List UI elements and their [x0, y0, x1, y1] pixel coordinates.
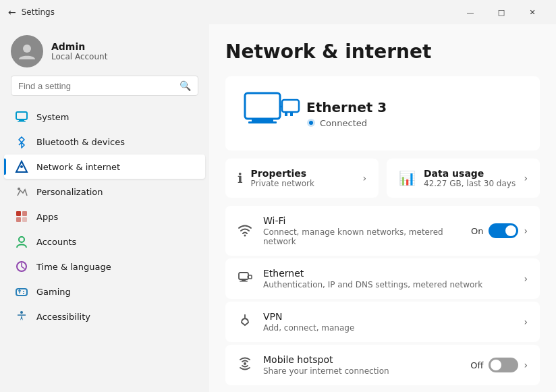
- sidebar-item-label: Accounts: [36, 237, 76, 247]
- hotspot-title: Mobile hotspot: [263, 354, 461, 365]
- user-profile[interactable]: Admin Local Account: [0, 24, 209, 76]
- minimize-button[interactable]: —: [455, 2, 486, 22]
- accessibility-icon: [15, 310, 28, 323]
- sidebar-item-bluetooth[interactable]: Bluetooth & devices: [4, 130, 205, 154]
- svg-rect-30: [242, 279, 246, 281]
- sidebar-item-accounts[interactable]: Accounts: [4, 229, 205, 254]
- sidebar-item-label: Apps: [36, 212, 58, 222]
- sidebar-item-accessibility[interactable]: Accessibility: [4, 304, 205, 329]
- bluetooth-icon: [15, 135, 28, 148]
- svg-rect-29: [239, 273, 248, 279]
- titlebar-controls: — □ ✕: [455, 2, 548, 22]
- app-body: Admin Local Account 🔍 System Bluetooth &…: [0, 24, 556, 392]
- sidebar: Admin Local Account 🔍 System Bluetooth &…: [0, 24, 209, 392]
- apps-icon: [15, 210, 28, 223]
- avatar: [11, 35, 43, 67]
- hotspot-control: Off ›: [470, 358, 528, 372]
- ethernet-hero: Ethernet 3 Connected: [225, 76, 540, 150]
- vpn-subtitle: Add, connect, manage: [263, 323, 514, 333]
- svg-rect-7: [16, 211, 21, 216]
- sidebar-item-gaming[interactable]: Gaming: [4, 279, 205, 304]
- info-row: ℹ Properties Private network › 📊 Data us…: [225, 159, 540, 198]
- svg-point-11: [19, 237, 24, 242]
- accounts-icon: [15, 235, 28, 248]
- maximize-button[interactable]: □: [486, 2, 517, 22]
- svg-rect-20: [245, 93, 280, 119]
- svg-rect-32: [248, 275, 252, 279]
- sidebar-item-personalization[interactable]: Personalization: [4, 179, 205, 204]
- data-usage-card[interactable]: 📊 Data usage 42.27 GB, last 30 days ›: [387, 159, 540, 198]
- ethernet-illustration: [242, 90, 296, 137]
- search-box: 🔍: [11, 76, 198, 96]
- setting-ethernet[interactable]: Ethernet Authentication, IP and DNS sett…: [225, 258, 540, 299]
- hotspot-subtitle: Share your internet connection: [263, 366, 461, 376]
- user-name: Admin: [51, 41, 107, 52]
- hotspot-toggle[interactable]: [489, 358, 518, 372]
- hotspot-toggle-knob: [491, 360, 501, 370]
- sidebar-item-network[interactable]: Network & internet: [4, 155, 205, 179]
- hotspot-text: Mobile hotspot Share your internet conne…: [263, 354, 461, 376]
- properties-title: Properties: [251, 168, 355, 179]
- svg-point-27: [309, 121, 313, 125]
- search-input[interactable]: [18, 81, 174, 91]
- setting-hotspot[interactable]: Mobile hotspot Share your internet conne…: [225, 345, 540, 385]
- wifi-text: Wi-Fi Connect, manage known networks, me…: [263, 215, 462, 246]
- properties-icon: ℹ: [238, 170, 243, 186]
- ethernet-title: Ethernet: [263, 268, 514, 279]
- hotspot-toggle-label: Off: [470, 360, 483, 370]
- ethernet-arrow: ›: [524, 273, 528, 284]
- personalization-icon: [15, 185, 28, 198]
- svg-rect-2: [19, 119, 24, 121]
- wifi-subtitle: Connect, manage known networks, metered …: [263, 227, 462, 246]
- svg-rect-10: [22, 217, 27, 222]
- vpn-icon: [238, 313, 254, 331]
- wifi-toggle[interactable]: [489, 223, 518, 238]
- svg-rect-8: [22, 211, 27, 216]
- sidebar-item-label: Personalization: [36, 187, 103, 197]
- data-usage-icon: 📊: [399, 170, 416, 186]
- wifi-toggle-knob: [505, 225, 516, 236]
- gaming-icon: [15, 285, 28, 298]
- ethernet-icon: [238, 270, 254, 288]
- sidebar-item-system[interactable]: System: [4, 105, 205, 129]
- titlebar-title: Settings: [22, 7, 55, 17]
- sidebar-nav: System Bluetooth & devices Network & int…: [0, 104, 209, 329]
- svg-point-6: [18, 188, 20, 190]
- sidebar-item-label: Time & language: [36, 262, 111, 272]
- svg-rect-1: [16, 112, 27, 119]
- user-info: Admin Local Account: [51, 41, 107, 61]
- svg-rect-21: [252, 119, 273, 121]
- sidebar-item-label: Bluetooth & devices: [36, 137, 125, 147]
- sidebar-item-apps[interactable]: Apps: [4, 204, 205, 229]
- page-title: Network & internet: [225, 40, 540, 63]
- vpn-text: VPN Add, connect, manage: [263, 311, 514, 333]
- search-icon: 🔍: [179, 80, 191, 91]
- properties-card[interactable]: ℹ Properties Private network ›: [225, 159, 379, 198]
- ethernet-status: Connected: [306, 118, 387, 128]
- ethernet-text: Ethernet Authentication, IP and DNS sett…: [263, 268, 514, 289]
- setting-wifi[interactable]: Wi-Fi Connect, manage known networks, me…: [225, 206, 540, 256]
- vpn-title: VPN: [263, 311, 514, 322]
- wifi-title: Wi-Fi: [263, 215, 462, 226]
- svg-point-17: [23, 291, 24, 292]
- wifi-icon: [238, 222, 254, 240]
- ethernet-info: Ethernet 3 Connected: [306, 99, 387, 128]
- sidebar-item-time[interactable]: Time & language: [4, 254, 205, 279]
- sidebar-item-label: Gaming: [36, 287, 71, 297]
- sidebar-item-label: Accessibility: [36, 312, 90, 322]
- user-account: Local Account: [51, 52, 107, 61]
- time-icon: [15, 260, 28, 273]
- svg-rect-31: [240, 281, 248, 282]
- svg-rect-23: [282, 100, 299, 112]
- svg-rect-3: [18, 121, 26, 122]
- sidebar-item-label: System: [36, 112, 69, 122]
- svg-point-18: [23, 293, 24, 294]
- data-usage-title: Data usage: [424, 168, 516, 179]
- ethernet-subtitle: Authentication, IP and DNS settings, met…: [263, 280, 514, 289]
- setting-vpn[interactable]: VPN Add, connect, manage ›: [225, 302, 540, 342]
- svg-rect-25: [290, 112, 293, 116]
- close-button[interactable]: ✕: [517, 2, 548, 22]
- ethernet-name: Ethernet 3: [306, 99, 387, 115]
- back-button[interactable]: ←: [8, 7, 16, 18]
- data-usage-subtitle: 42.27 GB, last 30 days: [424, 179, 516, 188]
